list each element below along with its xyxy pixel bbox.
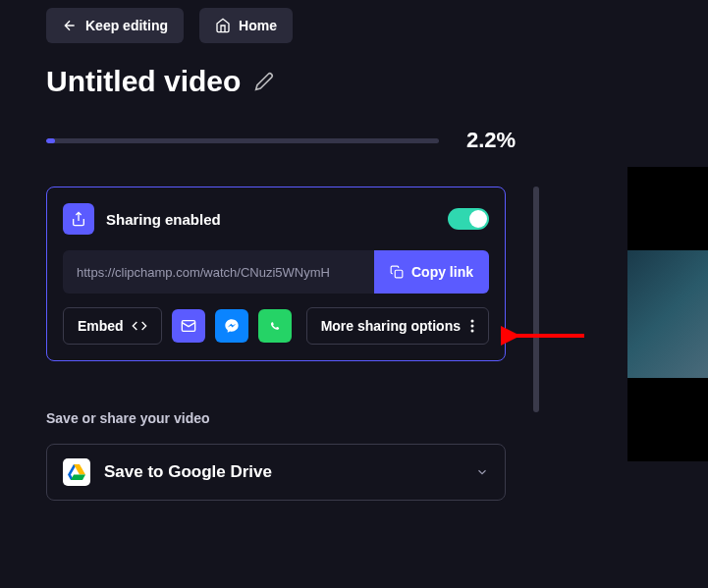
whatsapp-icon bbox=[267, 318, 283, 334]
svg-rect-0 bbox=[395, 270, 403, 278]
save-google-drive-label: Save to Google Drive bbox=[104, 462, 462, 482]
save-heading: Save or share your video bbox=[46, 410, 708, 426]
copy-link-button[interactable]: Copy link bbox=[374, 250, 489, 294]
progress-percent: 2.2% bbox=[466, 128, 516, 153]
sharing-card: Sharing enabled Copy link Embed bbox=[46, 187, 506, 361]
keep-editing-button[interactable]: Keep editing bbox=[46, 8, 184, 43]
svg-point-4 bbox=[471, 330, 474, 333]
svg-point-2 bbox=[471, 320, 474, 323]
home-button[interactable]: Home bbox=[199, 8, 293, 43]
progress-fill bbox=[46, 138, 55, 143]
arrow-left-icon bbox=[62, 18, 78, 33]
google-drive-icon bbox=[63, 458, 90, 486]
pencil-icon[interactable] bbox=[254, 72, 274, 91]
svg-point-3 bbox=[471, 325, 474, 328]
embed-label: Embed bbox=[78, 318, 124, 334]
copy-icon bbox=[390, 265, 404, 279]
mail-icon bbox=[181, 318, 196, 334]
more-sharing-label: More sharing options bbox=[321, 318, 461, 334]
scrollbar[interactable] bbox=[533, 187, 539, 412]
sharing-toggle[interactable] bbox=[448, 208, 489, 230]
messenger-icon bbox=[224, 318, 240, 334]
embed-button[interactable]: Embed bbox=[63, 307, 162, 345]
whatsapp-share-button[interactable] bbox=[258, 309, 292, 343]
messenger-share-button[interactable] bbox=[215, 309, 248, 343]
save-google-drive-button[interactable]: Save to Google Drive bbox=[46, 444, 506, 501]
dots-vertical-icon bbox=[470, 319, 474, 333]
sharing-title: Sharing enabled bbox=[106, 211, 436, 228]
video-preview bbox=[627, 167, 708, 461]
share-icon bbox=[63, 203, 94, 235]
page-title: Untitled video bbox=[46, 65, 241, 98]
toggle-knob bbox=[469, 210, 487, 228]
email-share-button[interactable] bbox=[172, 309, 205, 343]
home-label: Home bbox=[239, 18, 277, 33]
copy-link-label: Copy link bbox=[411, 264, 473, 280]
keep-editing-label: Keep editing bbox=[85, 18, 168, 33]
progress-bar bbox=[46, 138, 439, 143]
more-sharing-button[interactable]: More sharing options bbox=[306, 307, 489, 345]
chevron-down-icon bbox=[475, 465, 489, 479]
share-link-input[interactable] bbox=[63, 250, 374, 294]
code-icon bbox=[132, 318, 147, 334]
home-icon bbox=[215, 18, 231, 33]
video-frame bbox=[627, 250, 708, 378]
